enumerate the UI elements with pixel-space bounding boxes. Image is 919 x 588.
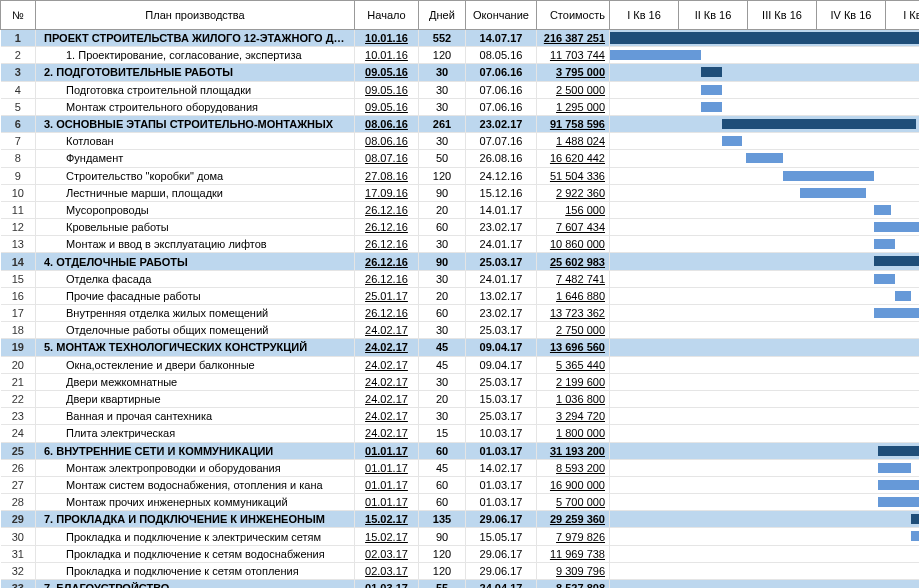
- cell-n[interactable]: 20: [1, 356, 36, 373]
- cell-name[interactable]: Монтаж систем водоснабжения, отопления и…: [36, 476, 355, 493]
- cell-n[interactable]: 28: [1, 494, 36, 511]
- cell-n[interactable]: 24: [1, 425, 36, 442]
- table-row[interactable]: 20Окна,остекление и двери балконные24.02…: [1, 356, 920, 373]
- cell-end[interactable]: 29.06.17: [466, 545, 537, 562]
- cell-n[interactable]: 29: [1, 511, 36, 528]
- cell-cost[interactable]: 5 365 440: [537, 356, 610, 373]
- cell-start[interactable]: 15.02.17: [355, 528, 419, 545]
- cell-cost[interactable]: 51 504 336: [537, 167, 610, 184]
- cell-start[interactable]: 24.02.17: [355, 322, 419, 339]
- cell-name[interactable]: Монтаж и ввод в эксплуатацию лифтов: [36, 236, 355, 253]
- cell-days[interactable]: 20: [419, 201, 466, 218]
- table-row[interactable]: 10Лестничные марши, площадки17.09.169015…: [1, 184, 920, 201]
- cell-start[interactable]: 24.02.17: [355, 425, 419, 442]
- cell-name[interactable]: Подготовка строительной площадки: [36, 81, 355, 98]
- cell-name[interactable]: 3. ОСНОВНЫЕ ЭТАПЫ СТРОИТЕЛЬНО-МОНТАЖНЫХ: [36, 115, 355, 132]
- cell-days[interactable]: 90: [419, 528, 466, 545]
- cell-start[interactable]: 26.12.16: [355, 253, 419, 270]
- cell-start[interactable]: 01.03.17: [355, 580, 419, 589]
- cell-cost[interactable]: 11 969 738: [537, 545, 610, 562]
- cell-start[interactable]: 09.05.16: [355, 64, 419, 81]
- cell-end[interactable]: 23.02.17: [466, 115, 537, 132]
- cell-name[interactable]: Окна,остекление и двери балконные: [36, 356, 355, 373]
- cell-end[interactable]: 24.01.17: [466, 236, 537, 253]
- cell-cost[interactable]: 13 723 362: [537, 305, 610, 322]
- cell-name[interactable]: 2. ПОДГОТОВИТЕЛЬНЫЕ РАБОТЫ: [36, 64, 355, 81]
- cell-cost[interactable]: 1 295 000: [537, 98, 610, 115]
- cell-cost[interactable]: 2 922 360: [537, 184, 610, 201]
- cell-days[interactable]: 20: [419, 390, 466, 407]
- cell-start[interactable]: 08.07.16: [355, 150, 419, 167]
- table-row[interactable]: 4Подготовка строительной площадки09.05.1…: [1, 81, 920, 98]
- cell-n[interactable]: 12: [1, 219, 36, 236]
- cell-days[interactable]: 30: [419, 373, 466, 390]
- cell-cost[interactable]: 1 800 000: [537, 425, 610, 442]
- table-row[interactable]: 297. ПРОКЛАДКА И ПОДКЛЮЧЕНИЕ К ИНЖЕНЕОНЫ…: [1, 511, 920, 528]
- table-row[interactable]: 18Отделочные работы общих помещений24.02…: [1, 322, 920, 339]
- cell-days[interactable]: 90: [419, 184, 466, 201]
- cell-days[interactable]: 50: [419, 150, 466, 167]
- cell-start[interactable]: 26.12.16: [355, 270, 419, 287]
- table-row[interactable]: 11Мусоропроводы26.12.162014.01.17156 000: [1, 201, 920, 218]
- cell-n[interactable]: 30: [1, 528, 36, 545]
- cell-n[interactable]: 32: [1, 562, 36, 579]
- cell-cost[interactable]: 156 000: [537, 201, 610, 218]
- header-cost[interactable]: Стоимость: [537, 1, 610, 30]
- cell-n[interactable]: 33: [1, 580, 36, 589]
- cell-end[interactable]: 10.03.17: [466, 425, 537, 442]
- cell-end[interactable]: 14.01.17: [466, 201, 537, 218]
- cell-days[interactable]: 45: [419, 356, 466, 373]
- cell-cost[interactable]: 11 703 744: [537, 47, 610, 64]
- cell-end[interactable]: 07.06.16: [466, 64, 537, 81]
- cell-end[interactable]: 15.12.16: [466, 184, 537, 201]
- cell-cost[interactable]: 7 482 741: [537, 270, 610, 287]
- cell-start[interactable]: 09.05.16: [355, 98, 419, 115]
- cell-start[interactable]: 08.06.16: [355, 115, 419, 132]
- table-row[interactable]: 21Двери межкомнатные24.02.173025.03.172 …: [1, 373, 920, 390]
- cell-n[interactable]: 17: [1, 305, 36, 322]
- cell-cost[interactable]: 29 259 360: [537, 511, 610, 528]
- cell-start[interactable]: 01.01.17: [355, 459, 419, 476]
- table-row[interactable]: 21. Проектирование, согласование, экспер…: [1, 47, 920, 64]
- cell-name[interactable]: Котлован: [36, 133, 355, 150]
- cell-end[interactable]: 01.03.17: [466, 442, 537, 459]
- cell-days[interactable]: 30: [419, 64, 466, 81]
- cell-cost[interactable]: 8 527 808: [537, 580, 610, 589]
- table-row[interactable]: 9Строительство "коробки" дома27.08.16120…: [1, 167, 920, 184]
- cell-cost[interactable]: 13 696 560: [537, 339, 610, 356]
- table-row[interactable]: 337. БЛАГОУСТРОЙСТВО01.03.175524.04.178 …: [1, 580, 920, 589]
- cell-cost[interactable]: 3 795 000: [537, 64, 610, 81]
- cell-name[interactable]: Мусоропроводы: [36, 201, 355, 218]
- cell-name[interactable]: Монтаж прочих инженерных коммуникаций: [36, 494, 355, 511]
- cell-name[interactable]: Кровельные работы: [36, 219, 355, 236]
- cell-cost[interactable]: 16 620 442: [537, 150, 610, 167]
- cell-end[interactable]: 24.01.17: [466, 270, 537, 287]
- cell-name[interactable]: 5. МОНТАЖ ТЕХНОЛОГИЧЕСКИХ КОНСТРУКЦИЙ: [36, 339, 355, 356]
- cell-n[interactable]: 1: [1, 30, 36, 47]
- cell-cost[interactable]: 9 309 796: [537, 562, 610, 579]
- cell-end[interactable]: 13.02.17: [466, 287, 537, 304]
- header-q1-17[interactable]: I Кв 17: [886, 1, 920, 30]
- cell-name[interactable]: Прочие фасадные работы: [36, 287, 355, 304]
- cell-start[interactable]: 15.02.17: [355, 511, 419, 528]
- cell-n[interactable]: 10: [1, 184, 36, 201]
- cell-days[interactable]: 60: [419, 476, 466, 493]
- cell-end[interactable]: 14.02.17: [466, 459, 537, 476]
- cell-start[interactable]: 26.12.16: [355, 305, 419, 322]
- cell-end[interactable]: 29.06.17: [466, 562, 537, 579]
- cell-cost[interactable]: 5 700 000: [537, 494, 610, 511]
- cell-end[interactable]: 09.04.17: [466, 339, 537, 356]
- cell-name[interactable]: 7. ПРОКЛАДКА И ПОДКЛЮЧЕНИЕ К ИНЖЕНЕОНЫМ: [36, 511, 355, 528]
- cell-start[interactable]: 02.03.17: [355, 562, 419, 579]
- header-days[interactable]: Дней: [419, 1, 466, 30]
- cell-start[interactable]: 17.09.16: [355, 184, 419, 201]
- cell-name[interactable]: ПРОЕКТ СТРОИТЕЛЬСТВА ЖИЛОГО 12-ЭТАЖНОГО …: [36, 30, 355, 47]
- cell-start[interactable]: 24.02.17: [355, 356, 419, 373]
- cell-cost[interactable]: 25 602 983: [537, 253, 610, 270]
- cell-end[interactable]: 01.03.17: [466, 494, 537, 511]
- cell-name[interactable]: Отделка фасада: [36, 270, 355, 287]
- cell-n[interactable]: 4: [1, 81, 36, 98]
- cell-days[interactable]: 55: [419, 580, 466, 589]
- cell-start[interactable]: 24.02.17: [355, 390, 419, 407]
- cell-n[interactable]: 21: [1, 373, 36, 390]
